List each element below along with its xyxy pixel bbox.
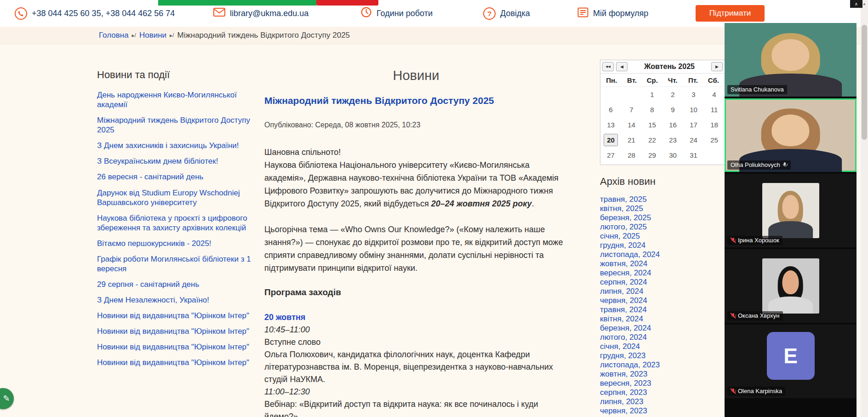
archive-month-link[interactable]: липня, 2024 — [600, 287, 724, 296]
sidebar-news-link[interactable]: День народження Києво-Могилянської акаде… — [97, 90, 257, 109]
calendar-day-header: Пн. — [601, 75, 622, 86]
calendar-day-cell[interactable]: 29 — [642, 148, 662, 163]
archive-month-link[interactable]: листопада, 2023 — [600, 360, 724, 370]
calendar-day-cell[interactable]: 3 — [683, 87, 704, 102]
calendar-day-cell[interactable]: 2 — [662, 87, 683, 102]
calendar-day-cell[interactable]: 16 — [662, 117, 683, 132]
participant-tile[interactable]: Оксана Хврхун — [725, 249, 857, 323]
archive-month-link[interactable]: лютого, 2024 — [600, 333, 724, 342]
calendar-day-cell[interactable]: 4 — [704, 87, 725, 102]
archive-month-link[interactable]: червня, 2024 — [600, 296, 724, 305]
calendar-day-cell[interactable]: 25 — [704, 132, 725, 148]
sidebar-news-link[interactable]: Вітаємо першокурсників - 2025! — [97, 239, 257, 248]
program-heading: Програма заходів — [264, 287, 568, 297]
sidebar-news-link[interactable]: Новинки від видавництва "Юрінком Інтер" — [97, 358, 257, 367]
calendar-day-cell[interactable]: 6 — [600, 102, 621, 117]
calendar-day-cell[interactable]: 10 — [683, 102, 704, 117]
archive-month-link[interactable]: вересня, 2023 — [600, 379, 724, 388]
sidebar-news-link[interactable]: 26 вересня - санітарний день — [97, 172, 257, 182]
archive-month-link[interactable]: січня, 2024 — [600, 342, 724, 351]
calendar-day-cell[interactable]: 28 — [621, 148, 642, 163]
calendar-day-cell[interactable]: 22 — [642, 132, 662, 148]
calendar-day-cell[interactable]: 13 — [600, 117, 621, 132]
archive-month-link[interactable]: серпня, 2024 — [600, 278, 724, 287]
calendar-day-cell — [600, 87, 621, 102]
sidebar-news-link[interactable]: Дарунок від Studium Europy Wschodniej Ва… — [97, 188, 257, 207]
archive-month-link[interactable]: квітня, 2024 — [600, 314, 724, 324]
archive-month-link[interactable]: грудня, 2024 — [600, 241, 724, 250]
scrollbar-thumb[interactable] — [862, 25, 867, 140]
pencil-icon: ✎ — [3, 394, 10, 404]
archive-month-link[interactable]: лютого, 2025 — [600, 223, 724, 232]
calendar-day-cell[interactable]: 20 — [604, 134, 618, 146]
calendar-day-cell[interactable]: 30 — [662, 148, 683, 163]
article: Новини Міжнародний тиждень Відкритого До… — [264, 68, 568, 417]
calendar-day-cell[interactable]: 17 — [683, 117, 704, 132]
participant-tile[interactable]: Olha Poliukhovych — [725, 98, 857, 172]
participant-name: Оксана Хврхун — [738, 312, 780, 319]
archive-month-link[interactable]: жовтня, 2023 — [600, 370, 724, 379]
edit-widget-button[interactable]: ✎ — [0, 388, 14, 409]
article-paragraph: Шановна спільното! Наукова бібліотека На… — [264, 146, 568, 210]
breadcrumb-home-link[interactable]: Головна — [99, 31, 129, 40]
sidebar-news-link[interactable]: З Днем Незалежності, Україно! — [97, 295, 257, 305]
calendar-prev-year-button[interactable]: ◀◀ — [602, 62, 614, 71]
calendar-day-cell[interactable]: 27 — [600, 148, 621, 163]
sidebar-news-link[interactable]: Наукова бібліотека у проєкті з цифрового… — [97, 213, 257, 233]
participant-tile[interactable]: EOlena Karpinska — [725, 325, 857, 398]
my-form-link[interactable]: Мій формуляр — [577, 0, 648, 27]
calendar-day-cell[interactable]: 23 — [662, 132, 683, 148]
calendar-day-cell[interactable]: 1 — [642, 87, 662, 102]
article-text: . — [532, 199, 534, 208]
collapsed-banner-button[interactable] — [316, 0, 378, 6]
sidebar-news-link[interactable]: Новинки від видавництва "Юрінком Інтер" — [97, 311, 257, 320]
archive-month-link[interactable]: травня, 2024 — [600, 305, 724, 314]
sidebar-news-link[interactable]: Графік роботи Могилянської бібліотеки з … — [97, 254, 257, 274]
calendar-prev-month-button[interactable]: ◀ — [616, 62, 628, 71]
archive-month-link[interactable]: вересня, 2024 — [600, 268, 724, 278]
archive-month-link[interactable]: березня, 2024 — [600, 324, 724, 333]
calendar-day-cell[interactable]: 21 — [621, 132, 642, 148]
archive-month-link[interactable]: червня, 2023 — [600, 406, 724, 416]
calendar-day-cell[interactable]: 8 — [642, 102, 662, 117]
sidebar-title: Новини та події — [97, 69, 257, 81]
breadcrumb-separator-icon: ▸/ — [132, 32, 136, 39]
calendar-day-cell[interactable]: 18 — [704, 117, 725, 132]
participant-tile[interactable]: Svitlana Chukanova — [725, 23, 857, 97]
support-button[interactable]: Підтримати — [696, 5, 765, 22]
archive-month-link[interactable]: квітня, 2025 — [600, 204, 724, 213]
archive-month-link[interactable]: листопада, 2024 — [600, 250, 724, 259]
program-date-link[interactable]: 20 жовтня — [264, 311, 568, 324]
sidebar-news-link[interactable]: Міжнародний тиждень Відкритого Доступу 2… — [97, 115, 257, 135]
participant-name-label: Ірина Хорошок — [727, 236, 782, 245]
sidebar-news-link[interactable]: 29 серпня - санітарний день — [97, 280, 257, 289]
archive-month-link[interactable]: грудня, 2023 — [600, 351, 724, 360]
panel-collapse-button[interactable]: ∧ — [850, 0, 862, 8]
archive-month-link[interactable]: травня, 2025 — [600, 195, 724, 204]
archive-month-link[interactable]: жовтня, 2024 — [600, 259, 724, 268]
calendar-day-cell[interactable]: 7 — [621, 102, 642, 117]
sidebar-news-link[interactable]: З Днем захисників і захисниць України! — [97, 141, 257, 150]
archive-month-link[interactable]: січня, 2025 — [600, 232, 724, 241]
sidebar-news-link[interactable]: З Всеукраїнським днем бібліотек! — [97, 156, 257, 166]
mic-icon — [782, 162, 788, 168]
archive-month-link[interactable]: березня, 2025 — [600, 213, 724, 223]
email-address: library@ukma.edu.ua — [230, 9, 308, 18]
archive-month-link[interactable]: липня, 2023 — [600, 397, 724, 406]
calendar-day-header: Ср. — [642, 75, 662, 86]
page-scrollbar[interactable]: ▲ — [861, 0, 868, 417]
help-link[interactable]: ? Довідка — [483, 0, 530, 27]
article-paragraph: Цьогорічна тема — «Who Owns Our Knowledg… — [264, 223, 568, 274]
calendar-day-cell[interactable]: 31 — [683, 148, 704, 163]
participant-tile[interactable]: Ірина Хорошок — [725, 174, 857, 247]
calendar-day-cell[interactable]: 9 — [662, 102, 683, 117]
calendar-day-cell[interactable]: 15 — [642, 117, 662, 132]
sidebar-news-link[interactable]: Новинки від видавництва "Юрінком Інтер" — [97, 326, 257, 336]
sidebar-news-link[interactable]: Новинки від видавництва "Юрінком Інтер" — [97, 342, 257, 352]
calendar-day-cell[interactable]: 14 — [621, 117, 642, 132]
calendar-day-cell[interactable]: 11 — [704, 102, 725, 117]
calendar-day-cell[interactable]: 24 — [683, 132, 704, 148]
breadcrumb-news-link[interactable]: Новини — [139, 31, 166, 40]
calendar-next-month-button[interactable]: ▶ — [711, 62, 723, 71]
archive-month-link[interactable]: серпня, 2023 — [600, 388, 724, 397]
